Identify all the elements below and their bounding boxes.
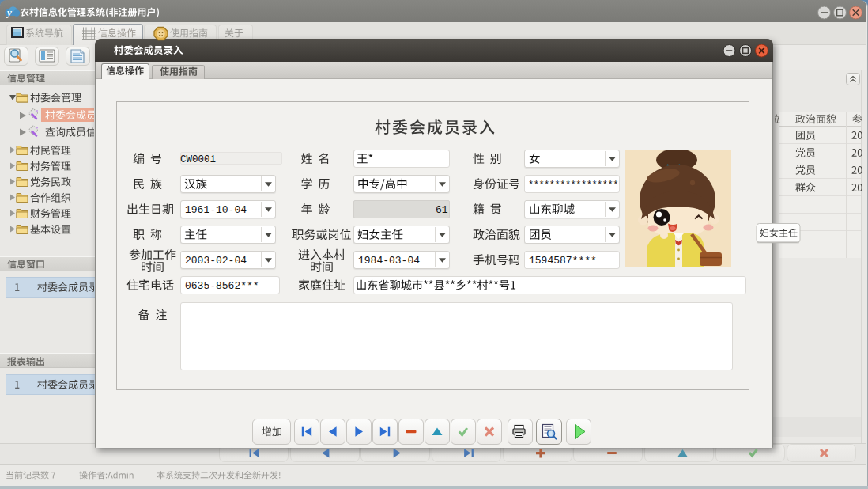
svg-text:y: y <box>6 6 12 18</box>
